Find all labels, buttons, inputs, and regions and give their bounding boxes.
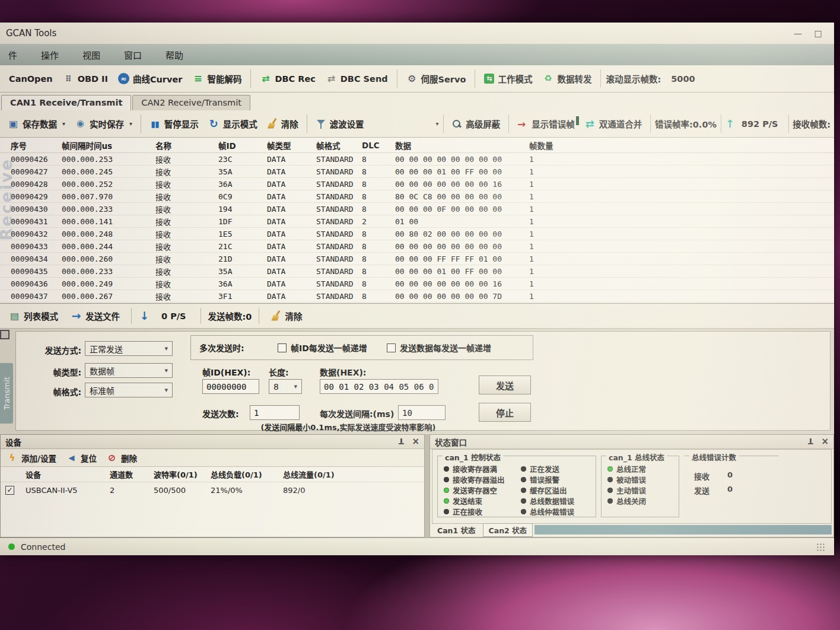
column-header[interactable]: 帧ID [218, 139, 267, 151]
send-file-label: 发送文件 [85, 310, 120, 322]
column-header[interactable]: DLC [362, 141, 395, 150]
table-cell: 000.000.267 [62, 292, 155, 301]
column-header[interactable]: 名称 [155, 139, 218, 151]
table-cell: 接收 [155, 166, 218, 177]
checkbox-icon[interactable] [278, 343, 287, 352]
pause-display-button[interactable]: ▮▮ 暂停显示 [145, 115, 203, 132]
table-row[interactable]: 00090428000.000.252接收36ADATASTANDARD800 … [0, 178, 834, 190]
table-row[interactable]: 00090427000.000.245接收35ADATASTANDARD800 … [0, 166, 834, 178]
control-status-group: can_1 控制状态 接收寄存器满接收寄存器溢出发送寄存器空发送结束正在接收 正… [437, 456, 596, 517]
table-row[interactable]: 00090434000.000.260接收21DDATASTANDARD800 … [0, 253, 834, 265]
data-hex-input[interactable] [320, 379, 438, 394]
device-row[interactable]: ✓ USBCAN-II-V5 2 500/500 21%/0% 892/0 [1, 482, 424, 498]
send-mode-select[interactable]: 正常发送 ▾ [85, 341, 173, 356]
servo-button[interactable]: ⚙ 伺服Servo [402, 70, 470, 87]
display-mode-label: 显示模式 [223, 117, 257, 130]
filter-funnel-icon [316, 119, 326, 129]
length-select[interactable]: 8 ▾ [269, 379, 302, 394]
scroll-frames-value[interactable]: 5000 [671, 74, 695, 84]
status-indicator: 正在接收 [444, 507, 505, 516]
pin-icon[interactable] [398, 438, 405, 446]
column-header[interactable]: 设备 [26, 469, 110, 480]
column-header[interactable]: 帧格式 [316, 139, 362, 151]
send-button[interactable]: 发送 [479, 376, 531, 394]
column-header[interactable]: 帧间隔时间us [62, 139, 155, 151]
transmit-side-tab[interactable]: Transmit [0, 363, 13, 424]
clear-transmit-button[interactable]: 清除 [266, 307, 306, 324]
frame-type-select[interactable]: 数据帧 ▾ [85, 363, 173, 378]
table-row[interactable]: 00090435000.000.233接收35ADATASTANDARD800 … [0, 265, 834, 278]
realtime-save-button[interactable]: ◉ 实时保存 ▾ [71, 115, 136, 132]
tab-can2[interactable]: CAN2 Receive/Transmit [132, 95, 250, 110]
minimize-button[interactable]: — [788, 28, 808, 38]
table-row[interactable]: 00090433000.000.244接收21CDATASTANDARD800 … [0, 240, 834, 253]
add-settings-button[interactable]: ϟ 添加/设置 [7, 451, 56, 465]
column-header[interactable]: 序号 [11, 139, 62, 151]
data-forward-button[interactable]: ♻ 数据转发 [538, 70, 596, 87]
dbc-rec-button[interactable]: ⇄ DBC Rec [256, 71, 319, 87]
device-checkbox[interactable]: ✓ [5, 486, 14, 495]
tab-can1[interactable]: CAN1 Receive/Transmit [1, 95, 131, 110]
stop-button[interactable]: 停止 [479, 403, 531, 422]
chevron-down-icon[interactable]: ▾ [436, 120, 439, 127]
dbc-send-button[interactable]: ⇄ DBC Send [322, 71, 392, 87]
advanced-mask-button[interactable]: 高级屏蔽 [447, 115, 504, 132]
frame-format-select[interactable]: 标准帧 ▾ [85, 383, 173, 397]
column-header[interactable]: 通道数 [110, 469, 154, 480]
clear-receive-button[interactable]: 清除 [263, 115, 303, 132]
connected-dot-icon [8, 543, 15, 550]
maximize-button[interactable]: □ [808, 28, 828, 38]
menu-item[interactable]: 视图 [79, 47, 104, 62]
realtime-save-label: 实时保存 [90, 117, 124, 130]
pin-icon[interactable] [807, 438, 814, 446]
table-row[interactable]: 00090436000.000.249接收36ADATASTANDARD800 … [0, 278, 834, 290]
filter-settings-button[interactable]: 滤波设置 [311, 115, 368, 132]
column-header[interactable]: 帧类型 [267, 139, 316, 151]
table-row[interactable]: 00090430000.000.233接收194DATASTANDARD800 … [0, 203, 834, 215]
column-header[interactable]: 波特率(0/1) [154, 469, 211, 480]
delete-button[interactable]: ⊘ 删除 [106, 451, 137, 465]
save-data-button[interactable]: ▣ 保存数据 ▾ [4, 115, 69, 132]
inc-data-option[interactable]: 发送数据每发送一帧递增 [387, 342, 491, 354]
column-header[interactable]: 总线流量(0/1) [283, 469, 424, 480]
chevron-down-icon[interactable]: ▾ [129, 120, 132, 127]
curve-button[interactable]: ≈ 曲线Curver [114, 70, 187, 87]
menu-item[interactable]: 件 [5, 47, 21, 62]
table-row[interactable]: 00090431000.000.141接收1DFDATASTANDARD201 … [0, 215, 834, 228]
table-cell: 00090434 [11, 254, 62, 263]
send-interval-input[interactable] [398, 405, 446, 420]
work-mode-button[interactable]: ⇆ 工作模式 [480, 70, 536, 87]
smart-decode-button[interactable]: ≡ 智能解码 [188, 70, 246, 87]
reset-button[interactable]: ◀ 复位 [66, 451, 97, 465]
column-header[interactable]: 数据 [395, 139, 529, 151]
chevron-down-icon[interactable]: ▾ [62, 120, 65, 127]
canopen-button[interactable]: CanOpen [5, 72, 57, 86]
table-row[interactable]: 00090432000.000.248接收1E5DATASTANDARD800 … [0, 228, 834, 240]
tab-can1-status[interactable]: Can1 状态 [432, 524, 481, 536]
list-mode-button[interactable]: ▤ 列表模式 [5, 307, 62, 324]
menu-item[interactable]: 窗口 [120, 47, 145, 62]
menu-item[interactable]: 帮助 [162, 47, 187, 62]
menu-item[interactable]: 操作 [37, 47, 62, 62]
close-icon[interactable]: × [412, 437, 419, 446]
dock-restore-icon[interactable] [0, 330, 9, 339]
show-error-frames-button[interactable]: → 显示错误帧 [513, 115, 579, 132]
dual-channel-merge-button[interactable]: ⇄ 双通道合并 [580, 115, 647, 132]
frame-id-input[interactable] [202, 379, 259, 394]
display-mode-button[interactable]: ↻ 显示模式 [204, 115, 262, 132]
table-row[interactable]: 00090437000.000.267接收3F1DATASTANDARD800 … [0, 290, 834, 303]
obd-button[interactable]: ⠿ OBD II [59, 71, 112, 87]
checkbox-icon[interactable] [387, 343, 396, 352]
send-file-button[interactable]: → 发送文件 [66, 307, 124, 324]
inc-id-option[interactable]: 帧ID每发送一帧递增 [278, 342, 367, 354]
tab-can2-status[interactable]: Can2 状态 [483, 523, 533, 537]
column-header[interactable]: 总线负载(0/1) [211, 469, 283, 480]
close-icon[interactable]: × [821, 437, 829, 446]
frame-format-value: 标准帧 [90, 384, 114, 396]
table-row[interactable]: 00090429000.007.970接收0C9DATASTANDARD880 … [0, 190, 834, 203]
resize-grip[interactable] [816, 543, 826, 551]
status-indicator: 错误报警 [521, 475, 574, 484]
column-header[interactable]: 帧数量 [529, 139, 577, 151]
send-count-input[interactable] [250, 405, 300, 420]
table-row[interactable]: 00090426000.000.253接收23CDATASTANDARD800 … [0, 153, 834, 166]
